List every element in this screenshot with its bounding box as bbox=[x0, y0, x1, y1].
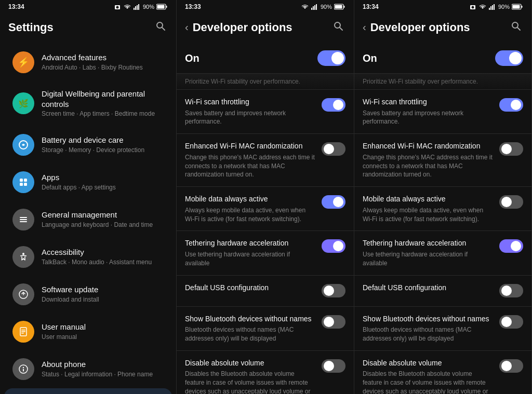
dev1-enhanced-wifi-mac[interactable]: Enhanced Wi-Fi MAC randomization Change … bbox=[177, 134, 354, 187]
svg-point-26 bbox=[23, 366, 24, 368]
dev2-wifi-scan-throttling[interactable]: Wi-Fi scan throttling Saves battery and … bbox=[354, 90, 531, 134]
svg-rect-27 bbox=[23, 369, 24, 371]
user-manual-icon-wrap bbox=[12, 321, 34, 343]
settings-item-accessibility[interactable]: Accessibility TalkBack · Mono audio · As… bbox=[4, 239, 172, 275]
settings-item-general-management[interactable]: General management Language and keyboard… bbox=[4, 201, 172, 238]
svg-rect-2 bbox=[134, 8, 135, 10]
settings-item-about-phone[interactable]: About phone Status · Legal information ·… bbox=[4, 351, 172, 387]
svg-point-44 bbox=[471, 6, 474, 9]
dev2-disable-abs-toggle[interactable] bbox=[499, 359, 523, 373]
dev1-enhanced-wifi-toggle[interactable] bbox=[322, 142, 345, 156]
dev2-tethering-subtitle: Use tethering hardware acceleration if a… bbox=[363, 250, 493, 268]
dev1-mobile-data-toggle[interactable] bbox=[322, 195, 345, 209]
svg-rect-34 bbox=[311, 8, 312, 10]
dev1-options-list: Wi-Fi scan throttling Saves battery and … bbox=[177, 90, 354, 394]
dev2-show-bluetooth-toggle[interactable] bbox=[499, 315, 523, 329]
settings-item-apps[interactable]: Apps Default apps · App settings bbox=[4, 164, 172, 200]
dev2-disable-abs-subtitle: Disables the Bluetooth absolute volume f… bbox=[363, 370, 493, 394]
digital-wellbeing-title: Digital Wellbeing and parental controls bbox=[42, 89, 164, 109]
dev2-disable-abs-text: Disable absolute volume Disables the Blu… bbox=[363, 358, 499, 394]
dev2-tethering-title: Tethering hardware acceleration bbox=[363, 238, 493, 249]
dev2-mobile-data-text: Mobile data always active Always keep mo… bbox=[363, 194, 499, 223]
camera-icon bbox=[114, 4, 121, 10]
battery-device-icon bbox=[18, 140, 29, 150]
dev1-enhanced-wifi-title: Enhanced Wi-Fi MAC randomization bbox=[185, 141, 315, 152]
svg-rect-3 bbox=[135, 6, 136, 10]
status-icons-dev1: 90% bbox=[301, 4, 345, 10]
dev2-default-usb-text: Default USB configuration bbox=[363, 283, 499, 293]
back-icon-dev1[interactable]: ‹ bbox=[185, 21, 189, 33]
dev2-default-usb-toggle[interactable] bbox=[499, 284, 523, 297]
dev2-tethering-toggle[interactable] bbox=[499, 239, 523, 253]
status-icons-settings: 90% bbox=[114, 4, 168, 10]
dev1-wifi-scan-toggle[interactable] bbox=[322, 98, 345, 112]
svg-rect-48 bbox=[494, 4, 495, 10]
general-mgmt-icon-wrap bbox=[12, 209, 34, 230]
dev1-show-bluetooth[interactable]: Show Bluetooth devices without names Blu… bbox=[177, 307, 354, 351]
search-icon-settings[interactable] bbox=[153, 19, 168, 36]
settings-item-advanced-features[interactable]: ⚡ Advanced features Android Auto · Labs … bbox=[4, 44, 172, 80]
dev1-wifi-scan-throttling[interactable]: Wi-Fi scan throttling Saves battery and … bbox=[177, 90, 354, 134]
dev2-show-bluetooth[interactable]: Show Bluetooth devices without names Blu… bbox=[354, 307, 531, 351]
dev1-master-toggle[interactable] bbox=[317, 50, 345, 66]
svg-line-53 bbox=[517, 28, 520, 30]
dev1-tethering-toggle[interactable] bbox=[322, 239, 345, 253]
dev1-show-bluetooth-text: Show Bluetooth devices without names Blu… bbox=[185, 314, 322, 343]
about-phone-subtitle: Status · Legal information · Phone name bbox=[42, 371, 153, 379]
dev1-default-usb[interactable]: Default USB configuration bbox=[177, 276, 354, 307]
dev2-show-bluetooth-text: Show Bluetooth devices without names Blu… bbox=[363, 314, 499, 343]
dev2-wifi-scan-title: Wi-Fi scan throttling bbox=[363, 97, 493, 107]
dev2-default-usb[interactable]: Default USB configuration bbox=[354, 276, 531, 307]
back-icon-dev2[interactable]: ‹ bbox=[363, 21, 366, 33]
search-icon-dev2[interactable] bbox=[509, 19, 523, 36]
battery-icon-settings bbox=[156, 4, 168, 10]
svg-rect-37 bbox=[316, 4, 317, 10]
status-bar-dev2: 13:34 90% bbox=[354, 0, 531, 13]
dev2-toggle-bar: On bbox=[354, 43, 531, 74]
dev-panel-2: 13:34 90% bbox=[354, 0, 532, 394]
dev1-toggle-label: On bbox=[185, 52, 200, 64]
apps-icon-wrap bbox=[12, 171, 34, 193]
battery-text-settings: 90% bbox=[143, 4, 154, 10]
advanced-features-text: Advanced features Android Auto · Labs · … bbox=[42, 52, 143, 72]
svg-rect-45 bbox=[489, 8, 490, 10]
search-icon-dev1[interactable] bbox=[331, 19, 345, 36]
dev1-disable-abs-toggle[interactable] bbox=[322, 359, 345, 373]
dev1-default-usb-toggle[interactable] bbox=[322, 284, 345, 297]
dev1-fade-top: Prioritize Wi-Fi stability over performa… bbox=[177, 74, 354, 90]
dev1-mobile-data-title: Mobile data always active bbox=[185, 194, 315, 205]
dev1-tethering-hw[interactable]: Tethering hardware acceleration Use teth… bbox=[177, 231, 354, 275]
user-manual-text: User manual User manual bbox=[42, 322, 86, 341]
dev2-wifi-scan-subtitle: Saves battery and improves network perfo… bbox=[363, 109, 493, 127]
battery-text: Battery and device care Storage · Memory… bbox=[42, 135, 144, 154]
settings-item-software-update[interactable]: Software update Download and install bbox=[4, 276, 172, 313]
dev1-show-bluetooth-toggle[interactable] bbox=[322, 315, 345, 329]
dev1-disable-abs-volume[interactable]: Disable absolute volume Disables the Blu… bbox=[177, 351, 354, 394]
accessibility-text: Accessibility TalkBack · Mono audio · As… bbox=[42, 247, 152, 266]
dev2-mobile-data-toggle[interactable] bbox=[499, 195, 523, 209]
settings-item-user-manual[interactable]: User manual User manual bbox=[4, 314, 172, 350]
dev2-mobile-data-always[interactable]: Mobile data always active Always keep mo… bbox=[354, 187, 531, 231]
advanced-features-title: Advanced features bbox=[42, 52, 143, 63]
dev1-wifi-scan-subtitle: Saves battery and improves network perfo… bbox=[185, 109, 315, 127]
signal-icon-dev1 bbox=[311, 4, 318, 10]
dev1-mobile-data-always[interactable]: Mobile data always active Always keep mo… bbox=[177, 187, 354, 231]
dev2-wifi-scan-toggle[interactable] bbox=[499, 98, 523, 112]
svg-rect-39 bbox=[344, 6, 345, 8]
wifi-icon-dev2 bbox=[478, 4, 487, 10]
dev-panel-1: 13:33 90% bbox=[177, 0, 354, 394]
dev2-wifi-scan-text: Wi-Fi scan throttling Saves battery and … bbox=[363, 97, 499, 126]
svg-rect-35 bbox=[313, 6, 314, 10]
about-phone-title: About phone bbox=[42, 359, 153, 370]
settings-item-developer-options[interactable]: Developer options Developer options bbox=[4, 388, 172, 394]
dev2-disable-abs-volume[interactable]: Disable absolute volume Disables the Blu… bbox=[354, 351, 531, 394]
settings-item-battery[interactable]: Battery and device care Storage · Memory… bbox=[4, 127, 172, 163]
dev2-fade-text: Prioritize Wi-Fi stability over performa… bbox=[363, 78, 478, 85]
dev2-enhanced-wifi-toggle[interactable] bbox=[499, 142, 523, 156]
svg-rect-40 bbox=[335, 5, 342, 9]
dev2-tethering-hw[interactable]: Tethering hardware acceleration Use teth… bbox=[354, 231, 531, 275]
dev1-disable-abs-subtitle: Disables the Bluetooth absolute volume f… bbox=[185, 370, 315, 394]
settings-item-digital-wellbeing[interactable]: 🌿 Digital Wellbeing and parental control… bbox=[4, 81, 172, 126]
dev2-enhanced-wifi-mac[interactable]: Enhanced Wi-Fi MAC randomization Change … bbox=[354, 134, 531, 187]
dev2-master-toggle[interactable] bbox=[495, 50, 523, 66]
